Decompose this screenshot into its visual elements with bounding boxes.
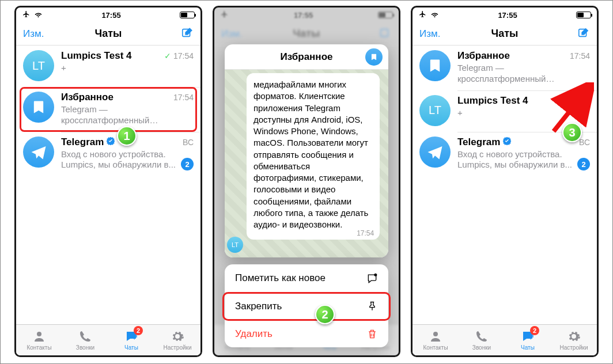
tab-chats[interactable]: 2Чаты <box>108 325 154 355</box>
screenshot-2: 17:55 Изм. Чаты Контакты Звонки Чаты Нас… <box>213 6 400 357</box>
airplane-mode-icon <box>22 10 31 20</box>
wifi-icon <box>34 10 43 20</box>
verified-icon <box>106 136 115 148</box>
chat-name: Lumpics Test 4 <box>61 50 132 62</box>
nav-header-blur: Изм. Чаты <box>214 22 399 46</box>
bubble-time: 17:54 <box>357 229 374 238</box>
avatar-saved <box>419 50 451 81</box>
tab-contacts[interactable]: Контакты <box>16 325 62 355</box>
status-bar: 17:55 <box>214 7 399 22</box>
bookmark-icon <box>365 48 383 66</box>
tab-badge: 2 <box>530 326 539 335</box>
edit-button[interactable]: Изм. <box>23 28 44 40</box>
chat-name: Избранное <box>61 92 113 103</box>
preview-avatar: LT <box>227 237 243 253</box>
chat-row-telegram[interactable]: Telegram ВС Вход с нового устройства. Lu… <box>16 132 200 177</box>
avatar-telegram <box>23 136 54 168</box>
action-delete[interactable]: Удалить <box>225 320 388 347</box>
tab-chats[interactable]: 2Чаты <box>505 325 551 355</box>
tab-badge: 2 <box>134 326 143 335</box>
compose-button[interactable] <box>577 26 590 41</box>
status-time: 17:55 <box>101 11 120 20</box>
tab-calls[interactable]: Звонки <box>459 325 505 355</box>
screenshot-3: 17:55 Изм. Чаты Избранное 17:54 Telegram… <box>411 6 599 357</box>
status-bar: 17:55 <box>16 7 200 22</box>
action-pin[interactable]: Закрепить <box>225 292 388 320</box>
battery-icon <box>576 12 591 18</box>
status-bar: 17:55 <box>413 7 597 22</box>
edit-button[interactable]: Изм. <box>419 28 440 40</box>
message-bubble: медиафайлами многих форматов. Клиентские… <box>247 73 380 240</box>
tab-contacts[interactable]: Контакты <box>413 325 459 355</box>
chat-preview: + <box>61 63 194 74</box>
chat-row-saved-pinned[interactable]: Избранное 17:54 Telegram — кроссплатформ… <box>413 46 597 90</box>
bookmark-icon <box>31 99 47 115</box>
chat-unread-icon <box>366 272 378 284</box>
preview-title: Избранное <box>281 51 333 63</box>
nav-header: Изм. Чаты <box>413 22 597 46</box>
status-time: 17:55 <box>498 11 517 20</box>
trash-icon <box>366 328 378 340</box>
verified-icon <box>502 136 512 148</box>
avatar: LT <box>419 95 451 126</box>
chat-preview: Вход с нового устройства. Lumpics, мы об… <box>457 149 590 171</box>
chat-list: LT Lumpics Test 4 ✓17:54 + Избранное 17:… <box>16 46 200 324</box>
chat-preview: Telegram — кроссплатформенный мессенджер… <box>61 104 194 126</box>
svg-point-5 <box>374 274 377 276</box>
telegram-icon <box>30 143 47 161</box>
chat-list: Избранное 17:54 Telegram — кроссплатформ… <box>413 46 597 324</box>
preview-header: Избранное <box>225 44 388 70</box>
preview-body: медиафайлами многих форматов. Клиентские… <box>225 70 388 257</box>
contacts-icon <box>428 329 443 343</box>
telegram-icon <box>426 143 444 161</box>
tab-bar: Контакты Звонки 2Чаты Настройки <box>413 324 597 355</box>
compose-icon <box>181 26 194 39</box>
chat-time: ✓17:54 <box>561 96 590 105</box>
compose-icon <box>577 26 590 39</box>
chat-name: Избранное <box>457 50 510 62</box>
svg-point-7 <box>433 332 438 336</box>
nav-header: Изм. Чаты <box>16 22 200 46</box>
gear-icon <box>566 329 581 343</box>
chat-preview: Вход с нового устройства. Lumpics, мы об… <box>61 149 194 171</box>
context-menu: Пометить как новое Закрепить Удалить <box>225 264 388 347</box>
avatar: LT <box>23 50 54 81</box>
chat-row-lumpics[interactable]: LT Lumpics Test 4 ✓17:54 + <box>16 46 200 87</box>
unread-badge: 2 <box>181 158 194 170</box>
action-mark-new[interactable]: Пометить как новое <box>225 264 388 292</box>
calls-icon <box>474 329 489 343</box>
svg-rect-2 <box>381 29 388 36</box>
screenshot-1: 17:55 Изм. Чаты LT Lumpics Test 4 ✓17:54… <box>14 6 202 357</box>
chat-row-lumpics[interactable]: LT Lumpics Test 4 ✓17:54 + <box>413 90 597 132</box>
chat-day: ВС <box>183 138 194 147</box>
check-icon: ✓ <box>164 51 171 60</box>
tab-settings[interactable]: Настройки <box>551 325 597 355</box>
avatar-saved <box>23 92 54 123</box>
svg-point-1 <box>37 332 41 336</box>
chat-day: ВС <box>579 138 590 147</box>
chat-preview: Telegram — кроссплатформенный мессенджер… <box>457 63 590 85</box>
chat-row-telegram[interactable]: Telegram ВС Вход с нового устройства. Lu… <box>413 132 597 177</box>
chat-time: ✓17:54 <box>164 51 194 60</box>
chat-preview: + <box>457 108 590 119</box>
battery-icon <box>180 12 195 18</box>
chat-time: 17:54 <box>570 51 590 60</box>
check-icon: ✓ <box>561 96 567 105</box>
unread-badge: 2 <box>577 158 590 170</box>
tab-bar: Контакты Звонки 2Чаты Настройки <box>16 324 200 355</box>
airplane-mode-icon <box>418 10 427 20</box>
chat-row-saved[interactable]: Избранное 17:54 Telegram — кроссплатформ… <box>16 87 200 132</box>
bookmark-icon <box>427 58 443 74</box>
chat-name: Telegram <box>457 136 500 148</box>
chat-name: Telegram <box>61 136 104 148</box>
chat-preview-card: Избранное медиафайлами многих форматов. … <box>225 44 388 257</box>
chat-time: 17:54 <box>173 93 194 102</box>
contacts-icon <box>32 329 47 343</box>
wifi-icon <box>430 10 439 20</box>
avatar-telegram <box>419 136 451 168</box>
calls-icon <box>78 329 93 343</box>
compose-button[interactable] <box>181 26 194 41</box>
tab-calls[interactable]: Звонки <box>62 325 108 355</box>
gear-icon <box>170 329 185 343</box>
tab-settings[interactable]: Настройки <box>154 325 200 355</box>
